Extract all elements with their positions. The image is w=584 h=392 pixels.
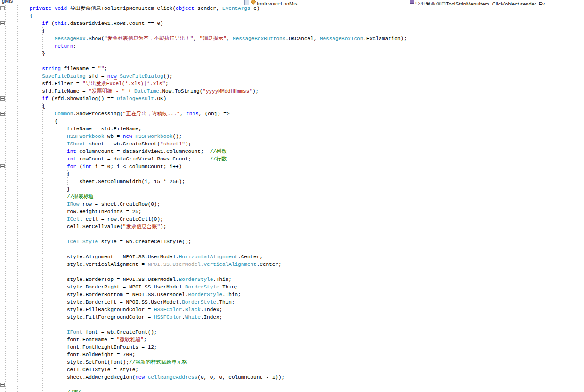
code-token: return xyxy=(55,43,73,49)
code-token: IFont xyxy=(67,329,82,335)
code-token: MessageBoxButtons xyxy=(233,36,285,41)
code-line[interactable]: { xyxy=(5,27,584,35)
code-line[interactable]: IRow row = sheet.CreateRow(0); xyxy=(5,200,584,208)
code-token: style.VerticalAlignment = xyxy=(5,262,148,267)
code-token: //报表标题 xyxy=(67,194,94,200)
code-line[interactable]: sheet.SetColumnWidth(i, 15 * 256); xyxy=(5,178,584,185)
code-token xyxy=(5,36,55,41)
code-line[interactable]: { xyxy=(5,118,584,125)
code-line[interactable]: style.FillBackgroundColor = HSSFColor.Bl… xyxy=(5,306,584,313)
code-line[interactable] xyxy=(5,381,584,389)
code-line[interactable]: font.FontName = "微软雅黑"; xyxy=(5,336,584,344)
code-lines[interactable]: private void 导出发票信息ToolStripMenuItem_Cli… xyxy=(5,5,584,392)
code-token: ; xyxy=(73,43,76,49)
code-line[interactable]: style.SetFont(font);//将新的样式赋给单元格 xyxy=(5,359,584,366)
code-line[interactable]: sfd.FileName = "发票明细 - " + DateTime.Now.… xyxy=(5,88,584,95)
types-dropdown[interactable]: gMis xyxy=(0,0,245,5)
code-line[interactable]: sfd.Filter = "导出发票Excel(*.xls)|*.xls"; xyxy=(5,80,584,88)
code-token: "sheet1" xyxy=(160,141,185,147)
fold-toggle-box[interactable] xyxy=(0,21,5,25)
code-line[interactable]: row.HeightInPoints = 25; xyxy=(5,208,584,216)
code-token xyxy=(5,43,55,49)
code-line[interactable]: if (this.dataGridView1.Rows.Count == 0) xyxy=(5,20,584,27)
code-line[interactable]: } xyxy=(5,185,584,193)
code-token: SaveFileDialog xyxy=(120,73,163,79)
code-line[interactable]: style.BorderTop = NPOI.SS.UserModel.Bord… xyxy=(5,276,584,283)
code-line[interactable]: //表头 xyxy=(5,389,584,392)
code-line[interactable]: ISheet sheet = wb.CreateSheet("sheet1"); xyxy=(5,140,584,148)
code-line[interactable]: font.Boldweight = 700; xyxy=(5,351,584,359)
code-token: .OKCancel, xyxy=(285,36,320,41)
code-line[interactable]: fileName = sfd.FileName; xyxy=(5,125,584,133)
code-line[interactable]: HSSFWorkbook wb = new HSSFWorkbook(); xyxy=(5,133,584,140)
fold-toggle-box[interactable] xyxy=(0,383,5,387)
code-token xyxy=(5,201,67,207)
fold-toggle-box[interactable] xyxy=(0,96,5,101)
code-token: ); xyxy=(185,141,191,147)
code-token: row.HeightInPoints = 25; xyxy=(5,209,141,215)
code-token: style.BorderBottom = NPOI.SS.UserModel. xyxy=(5,292,188,297)
code-line[interactable]: } xyxy=(5,50,584,57)
code-line[interactable]: Common.ShowProcessing("正在导出，请稍候...", thi… xyxy=(5,110,584,118)
code-token: CellRangeAddress xyxy=(148,375,198,380)
code-line[interactable]: ICellStyle style = wb.CreateCellStyle(); xyxy=(5,238,584,246)
code-line[interactable]: { xyxy=(5,170,584,178)
code-line[interactable]: { xyxy=(5,12,584,20)
code-token: } xyxy=(5,51,45,56)
code-line[interactable]: cell.SetCellValue("发票信息台账"); xyxy=(5,223,584,231)
code-token: ISheet xyxy=(67,141,86,147)
code-token xyxy=(5,66,42,72)
code-line[interactable]: if (sfd.ShowDialog() == DialogResult.OK) xyxy=(5,95,584,103)
code-line[interactable]: font.FontHeightInPoints = 12; xyxy=(5,344,584,351)
code-token: White xyxy=(185,314,201,320)
code-token: { xyxy=(5,104,45,109)
members-dropdown[interactable]: 导出发票信息ToolStripMenuItem_Click(object sen… xyxy=(406,0,584,5)
code-token: , xyxy=(193,36,199,41)
code-line[interactable]: MessageBox.Show("发票列表信息为空，不能执行导出！", "消息提… xyxy=(5,35,584,42)
code-token xyxy=(5,111,55,117)
code-line[interactable]: style.FillForegroundColor = HSSFColor.Wh… xyxy=(5,313,584,321)
code-line[interactable] xyxy=(5,268,584,276)
class-dropdown[interactable]: frmInvoiceLogMis xyxy=(249,0,406,5)
code-line[interactable]: //报表标题 xyxy=(5,193,584,200)
code-line[interactable]: cell.CellStyle = style; xyxy=(5,366,584,374)
code-token: BorderStyle xyxy=(188,292,222,297)
code-line[interactable]: SaveFileDialog sfd = new SaveFileDialog(… xyxy=(5,72,584,80)
code-token: "导出发票Excel(*.xls)|*.xls" xyxy=(82,81,165,87)
code-token: sender, xyxy=(195,6,222,11)
code-token: .Exclamation); xyxy=(363,36,406,41)
code-line[interactable]: ICell cell = row.CreateCell(0); xyxy=(5,216,584,223)
code-line[interactable]: string fileName = ""; xyxy=(5,65,584,72)
code-line[interactable]: { xyxy=(5,103,584,110)
code-line[interactable]: style.Alignment = NPOI.SS.UserModel.Hori… xyxy=(5,253,584,261)
code-token xyxy=(5,73,42,79)
code-line[interactable]: style.VerticalAlignment = NPOI.SS.UserMo… xyxy=(5,261,584,268)
code-line[interactable]: private void 导出发票信息ToolStripMenuItem_Cli… xyxy=(5,5,584,12)
code-line[interactable] xyxy=(5,57,584,65)
code-token: , (obj) => xyxy=(198,111,229,117)
code-token: style = wb.CreateCellStyle(); xyxy=(98,239,191,245)
code-token: wb = xyxy=(104,134,123,139)
code-line[interactable]: style.BorderRight = NPOI.SS.UserModel.Bo… xyxy=(5,283,584,291)
code-line[interactable]: style.BorderLeft = NPOI.SS.UserModel.Bor… xyxy=(5,298,584,306)
code-token: IRow xyxy=(67,201,79,207)
code-line[interactable]: int columnCount = dataGridView1.ColumnCo… xyxy=(5,148,584,155)
code-line[interactable]: int rowCount = dataGridView1.Rows.Count;… xyxy=(5,155,584,163)
fold-toggle-box[interactable] xyxy=(0,6,5,10)
code-line[interactable]: sheet.AddMergedRegion(new CellRangeAddre… xyxy=(5,374,584,381)
code-token: this xyxy=(55,21,67,26)
code-token xyxy=(51,6,55,11)
code-line[interactable]: for (int i = 0; i < columnCount; i++) xyxy=(5,163,584,170)
fold-toggle-box[interactable] xyxy=(0,112,5,116)
fold-toggle-box[interactable] xyxy=(0,164,5,168)
code-line[interactable]: style.BorderBottom = NPOI.SS.UserModel.B… xyxy=(5,291,584,298)
code-line[interactable]: return; xyxy=(5,42,584,50)
code-line[interactable] xyxy=(5,321,584,328)
code-token: style.SetFont(font); xyxy=(5,360,129,365)
code-token: ); xyxy=(252,88,259,94)
code-token: , xyxy=(180,111,186,117)
code-editor[interactable]: private void 导出发票信息ToolStripMenuItem_Cli… xyxy=(0,5,584,392)
code-line[interactable] xyxy=(5,246,584,253)
code-line[interactable]: IFont font = wb.CreateFont(); xyxy=(5,328,584,336)
code-line[interactable] xyxy=(5,231,584,238)
